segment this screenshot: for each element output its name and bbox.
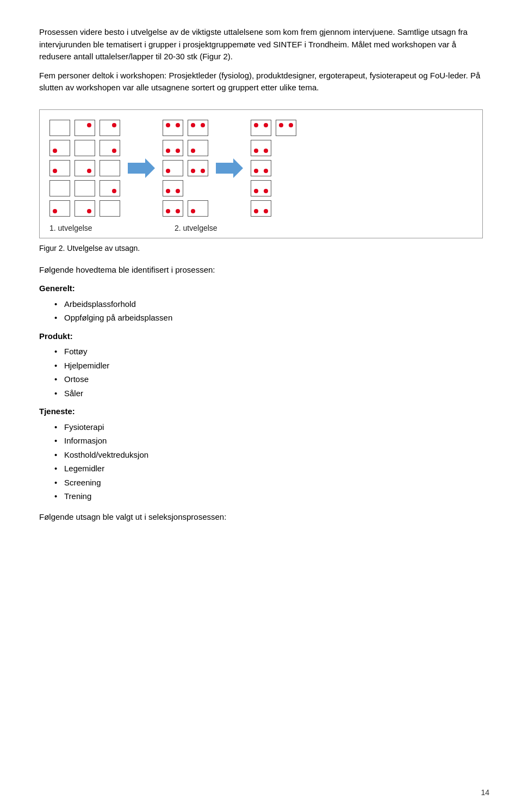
bullet-list-produkt: Fottøy Hjelpemidler Ortose Såler [54,345,483,400]
category-produkt: Produkt: Fottøy Hjelpemidler Ortose Såle… [39,330,483,401]
list-item: Legemidler [54,462,483,476]
category-tjeneste: Tjeneste: Fysioterapi Informasjon Kostho… [39,405,483,503]
card [188,140,208,156]
list-item: Såler [54,386,483,401]
card [251,200,271,217]
following-intro: Følgende hovedtema ble identifisert i pr… [39,264,483,276]
card [188,120,208,136]
card [251,180,271,196]
list-item: Oppfølging på arbeidsplassen [54,311,483,325]
card [163,140,183,156]
card [49,200,70,217]
figure-box: 1. utvelgelse 2. utvelgelse [39,109,483,238]
bullet-list-tjeneste: Fysioterapi Informasjon Kosthold/vektred… [54,420,483,503]
card [251,140,271,156]
svg-marker-0 [128,158,155,178]
figure-group-2 [163,120,208,217]
list-item: Arbeidsplassforhold [54,297,483,311]
card [276,120,296,136]
card [74,140,95,156]
card [74,180,95,196]
card [100,200,120,217]
card [74,160,95,176]
figure-caption: Figur 2. Utvelgelse av utsagn. [39,243,483,254]
card [100,180,120,196]
list-item: Screening [54,476,483,490]
card [163,180,183,196]
card [49,120,70,136]
list-item: Fottøy [54,345,483,359]
categories-section: Generelt: Arbeidsplassforhold Oppfølging… [39,282,483,503]
card [100,160,120,176]
svg-marker-1 [216,158,243,178]
list-item: Ortose [54,372,483,386]
card [163,200,183,217]
arrow-1 [120,158,163,178]
card [49,160,70,176]
list-item: Trening [54,489,483,503]
list-item: Informasjon [54,434,483,448]
list-item: Kosthold/vektreduksjon [54,448,483,462]
card [251,120,271,136]
page: Prosessen videre besto i utvelgelse av d… [0,0,522,812]
category-heading-generelt: Generelt: [39,282,483,295]
card [163,160,183,176]
card [74,120,95,136]
page-number: 14 [481,788,489,797]
paragraph-2: Fem personer deltok i workshopen: Prosje… [39,70,483,94]
list-item: Fysioterapi [54,420,483,434]
list-item: Hjelpemidler [54,359,483,373]
card [49,180,70,196]
category-heading-produkt: Produkt: [39,330,483,343]
figure-group-1 [49,120,120,217]
paragraph-1: Prosessen videre besto i utvelgelse av d… [39,26,483,63]
final-text: Følgende utsagn ble valgt ut i seleksjon… [39,511,483,524]
card [188,160,208,176]
card [100,140,120,156]
arrow-2 [208,158,251,178]
card [74,200,95,217]
figure-label-2: 2. utvelgelse [175,223,262,232]
category-generelt: Generelt: Arbeidsplassforhold Oppfølging… [39,282,483,325]
figure-label-1: 1. utvelgelse [49,223,147,232]
card [251,160,271,176]
bullet-list-generelt: Arbeidsplassforhold Oppfølging på arbeid… [54,297,483,325]
figure-group-3 [251,120,296,217]
card [100,120,120,136]
card [163,120,183,136]
card [188,200,208,217]
card [49,140,70,156]
category-heading-tjeneste: Tjeneste: [39,405,483,418]
